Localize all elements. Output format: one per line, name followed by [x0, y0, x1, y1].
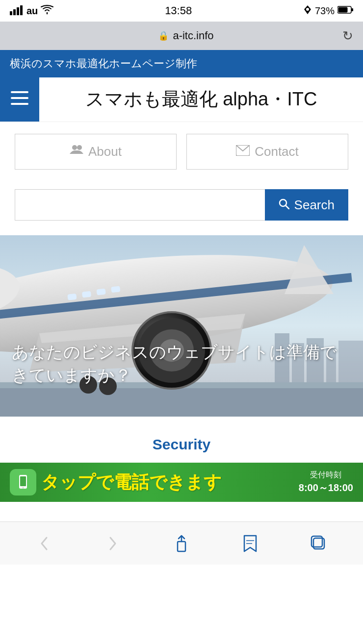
- svg-rect-9: [11, 97, 28, 99]
- svg-rect-7: [338, 7, 348, 12]
- status-right-group: 73%: [303, 4, 353, 18]
- phone-banner-text: タップで電話できます: [41, 471, 222, 495]
- wifi-icon: [41, 5, 53, 17]
- site-header: スマホも最適化 alpha・ITC: [0, 77, 363, 122]
- svg-rect-36: [82, 291, 91, 298]
- search-input[interactable]: [15, 189, 265, 221]
- phone-banner-left: タップで電話できます: [10, 469, 222, 495]
- phone-banner-time: 受付時刻 8:00～18:00: [299, 470, 353, 495]
- svg-rect-42: [20, 476, 26, 486]
- svg-rect-6: [351, 8, 353, 11]
- about-icon: [70, 144, 83, 159]
- tabs-button[interactable]: [299, 524, 338, 563]
- share-button[interactable]: [162, 524, 201, 563]
- contact-icon: [236, 144, 250, 159]
- forward-button[interactable]: [93, 524, 132, 563]
- hero-text: あなたのビジネスのウェブサイトは準備できていますか？: [12, 341, 351, 387]
- top-banner-text: 横浜のスマホ最適化ホームページ制作: [10, 56, 197, 71]
- airplane-svg: [0, 235, 363, 417]
- url-display[interactable]: 🔒 a-itc.info: [158, 29, 213, 42]
- svg-rect-38: [111, 286, 120, 293]
- about-button[interactable]: About: [15, 134, 177, 170]
- location-icon: [303, 4, 312, 18]
- security-title: Security: [10, 436, 353, 453]
- security-section: Security: [0, 417, 363, 463]
- svg-rect-35: [67, 294, 77, 300]
- nav-buttons: About Contact: [0, 122, 363, 181]
- search-button[interactable]: Search: [265, 189, 348, 221]
- svg-point-4: [306, 8, 309, 11]
- search-section: Search: [0, 181, 363, 235]
- svg-rect-44: [178, 542, 185, 551]
- svg-rect-37: [97, 289, 106, 296]
- contact-label: Contact: [255, 144, 299, 159]
- phone-icon: [10, 469, 36, 495]
- spacer: [0, 502, 363, 521]
- top-banner: 横浜のスマホ最適化ホームページ制作: [0, 50, 363, 77]
- url-text: a-itc.info: [173, 29, 213, 42]
- svg-rect-3: [20, 5, 23, 15]
- hero-section: あなたのビジネスのウェブサイトは準備できていますか？: [0, 235, 363, 417]
- svg-rect-0: [10, 11, 12, 15]
- refresh-button[interactable]: ↻: [342, 28, 353, 44]
- hamburger-icon: [11, 91, 28, 109]
- search-label: Search: [294, 198, 335, 213]
- signal-bars: [10, 4, 24, 18]
- lock-icon: 🔒: [158, 30, 169, 41]
- bookmark-button[interactable]: [231, 524, 270, 563]
- phone-time-range: 8:00～18:00: [299, 481, 353, 495]
- about-label: About: [88, 144, 122, 159]
- status-carrier-signal: au: [10, 4, 53, 18]
- back-button[interactable]: [25, 524, 64, 563]
- address-bar[interactable]: 🔒 a-itc.info ↻: [0, 22, 363, 50]
- bottom-toolbar: [0, 521, 363, 565]
- svg-rect-1: [13, 9, 16, 15]
- site-title: スマホも最適化 alpha・ITC: [39, 79, 363, 120]
- svg-rect-10: [11, 103, 28, 105]
- search-icon: [279, 198, 289, 213]
- phone-banner[interactable]: タップで電話できます 受付時刻 8:00～18:00: [0, 463, 363, 502]
- status-time: 13:58: [165, 4, 192, 17]
- status-bar: au 13:58 73%: [0, 0, 363, 22]
- svg-point-43: [23, 487, 24, 489]
- contact-button[interactable]: Contact: [186, 134, 348, 170]
- svg-line-15: [285, 205, 289, 209]
- phone-time-label: 受付時刻: [299, 470, 353, 480]
- battery-icon: [337, 5, 353, 17]
- battery-percent: 73%: [315, 5, 335, 17]
- hamburger-button[interactable]: [0, 77, 39, 122]
- svg-rect-2: [17, 7, 19, 15]
- svg-point-11: [72, 145, 77, 150]
- carrier-name: au: [26, 5, 38, 17]
- svg-rect-8: [11, 91, 28, 93]
- svg-point-12: [77, 145, 82, 150]
